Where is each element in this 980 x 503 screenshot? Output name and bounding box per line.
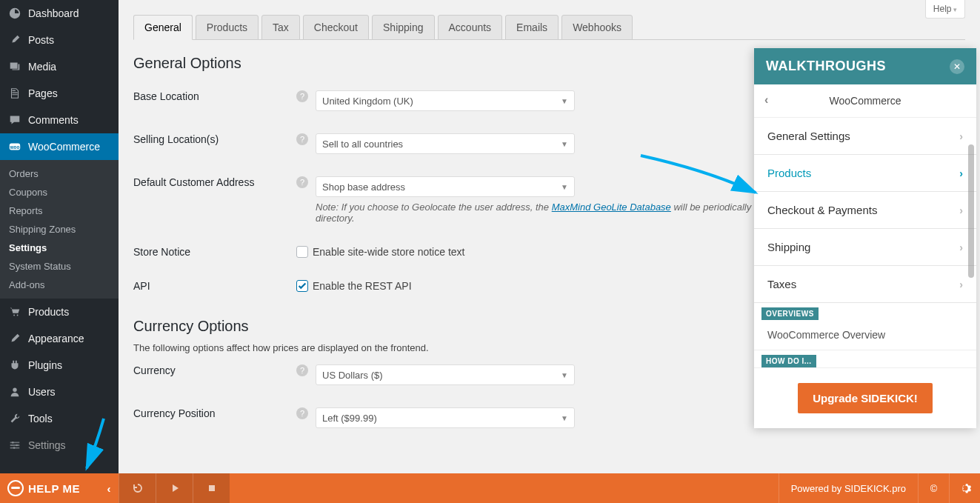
submenu-orders[interactable]: Orders (0, 164, 119, 183)
sidebar-item-pages[interactable]: Pages (0, 80, 119, 107)
back-icon[interactable]: ‹ (764, 93, 768, 107)
sidekick-logo-icon (7, 480, 24, 496)
pin-icon (7, 33, 22, 47)
select-value: Left ($99.99) (322, 413, 377, 424)
help-icon[interactable]: ? (296, 133, 308, 145)
cat-label: General Settings (767, 130, 850, 142)
cat-taxes[interactable]: Taxes› (754, 266, 976, 303)
svg-rect-8 (209, 485, 215, 491)
submenu-addons[interactable]: Add-ons (0, 276, 119, 294)
submenu-system-status[interactable]: System Status (0, 257, 119, 276)
sidebar-item-dashboard[interactable]: Dashboard (0, 0, 119, 27)
sidebar-item-products[interactable]: Products (0, 299, 119, 325)
select-selling-locations[interactable]: Sell to all countries ▼ (316, 133, 575, 154)
caret-down-icon: ▼ (561, 414, 568, 422)
panel-body[interactable]: General Settings› Products› Checkout & P… (754, 118, 976, 367)
overviews-tag: OVERVIEWS (761, 307, 819, 320)
svg-point-5 (13, 447, 16, 449)
settings-gear-button[interactable] (949, 473, 980, 503)
svg-point-3 (12, 442, 14, 444)
user-icon (7, 384, 22, 399)
store-notice-checkbox[interactable] (296, 246, 308, 258)
label-api: API (133, 280, 150, 292)
sidebar-label: Media (28, 61, 56, 73)
powered-by-label: Powered by SIDEKICK.pro (779, 473, 918, 503)
cat-general-settings[interactable]: General Settings› (754, 118, 976, 155)
caret-down-icon: ▼ (561, 97, 568, 105)
maxmind-link[interactable]: MaxMind GeoLite Database (552, 201, 671, 213)
overview-item[interactable]: WooCommerce Overview (754, 320, 976, 350)
upgrade-button[interactable]: Upgrade SIDEKICK! (798, 383, 933, 413)
tab-checkout[interactable]: Checkout (303, 15, 369, 40)
submenu-reports[interactable]: Reports (0, 201, 119, 220)
select-currency[interactable]: US Dollars ($) ▼ (316, 364, 575, 385)
help-icon[interactable]: ? (296, 90, 308, 102)
sidebar-item-appearance[interactable]: Appearance (0, 325, 119, 352)
panel-header: WALKTHROUGHS ✕ (754, 48, 976, 84)
svg-point-2 (13, 388, 16, 392)
cat-shipping[interactable]: Shipping› (754, 229, 976, 266)
select-default-address[interactable]: Shop base address ▼ (316, 176, 575, 197)
cart-icon (7, 304, 22, 319)
sidebar-item-posts[interactable]: Posts (0, 27, 119, 53)
sidebar-item-plugins[interactable]: Plugins (0, 352, 119, 379)
settings-tabs: General Products Tax Checkout Shipping A… (133, 15, 965, 40)
tab-general[interactable]: General (133, 15, 193, 40)
select-currency-position[interactable]: Left ($99.99) ▼ (316, 407, 575, 428)
tab-products[interactable]: Products (196, 15, 259, 40)
media-icon (7, 59, 22, 74)
sidebar-label: Tools (28, 413, 53, 424)
tab-emails[interactable]: Emails (505, 15, 559, 40)
api-checkbox[interactable] (296, 280, 308, 292)
sidebar-label: WooCommerce (28, 141, 100, 153)
sidebar-item-settings[interactable]: Settings (0, 432, 119, 459)
chevron-right-icon: › (959, 204, 963, 216)
help-icon[interactable]: ? (296, 407, 308, 419)
tab-shipping[interactable]: Shipping (372, 15, 435, 40)
panel-scrollbar[interactable] (968, 144, 974, 278)
help-icon[interactable]: ? (296, 176, 308, 188)
sidebar-item-media[interactable]: Media (0, 53, 119, 80)
sidebar-item-woocommerce[interactable]: woo WooCommerce (0, 133, 119, 160)
restart-button[interactable] (119, 473, 156, 503)
sidebar-label: Posts (28, 34, 54, 46)
help-tab[interactable]: Help (925, 0, 965, 19)
sidebar-item-users[interactable]: Users (0, 379, 119, 405)
label-currency-position: Currency Position (133, 407, 216, 419)
play-button[interactable] (156, 473, 193, 503)
submenu-shipping-zones[interactable]: Shipping Zones (0, 220, 119, 239)
help-me-button[interactable]: HELP ME ‹ (0, 473, 119, 503)
tab-webhooks[interactable]: Webhooks (561, 15, 633, 40)
sidebar-label: Pages (28, 87, 58, 99)
submenu-coupons[interactable]: Coupons (0, 183, 119, 201)
cat-label: Shipping (767, 241, 810, 253)
label-selling-locations: Selling Location(s) (133, 133, 219, 145)
svg-rect-7 (11, 487, 20, 489)
help-icon[interactable]: ? (296, 364, 308, 376)
page-icon (7, 86, 22, 101)
cat-products[interactable]: Products› (754, 155, 976, 192)
label-default-address: Default Customer Address (133, 176, 254, 188)
panel-footer: Upgrade SIDEKICK! (754, 367, 976, 428)
sidebar-label: Users (28, 386, 56, 398)
submenu-settings[interactable]: Settings (0, 239, 119, 257)
comment-icon (7, 113, 22, 127)
select-value: US Dollars ($) (322, 370, 383, 381)
sidebar-label: Dashboard (28, 7, 79, 19)
copyright-button[interactable]: © (918, 473, 949, 503)
sidebar-item-comments[interactable]: Comments (0, 107, 119, 133)
tab-accounts[interactable]: Accounts (438, 15, 503, 40)
help-me-label: HELP ME (28, 482, 80, 495)
chevron-right-icon: › (959, 130, 963, 142)
tab-tax[interactable]: Tax (261, 15, 300, 40)
select-base-location[interactable]: United Kingdom (UK) ▼ (316, 90, 575, 111)
close-icon[interactable]: ✕ (950, 59, 964, 74)
sidebar-label: Appearance (28, 333, 84, 344)
stop-button[interactable] (193, 473, 230, 503)
cat-checkout-payments[interactable]: Checkout & Payments› (754, 192, 976, 229)
panel-title: WALKTHROUGHS (766, 59, 886, 74)
sidebar-item-tools[interactable]: Tools (0, 405, 119, 432)
sidebar-label: Products (28, 306, 69, 318)
select-value: United Kingdom (UK) (322, 96, 413, 107)
panel-nav-title: WooCommerce (830, 95, 901, 107)
